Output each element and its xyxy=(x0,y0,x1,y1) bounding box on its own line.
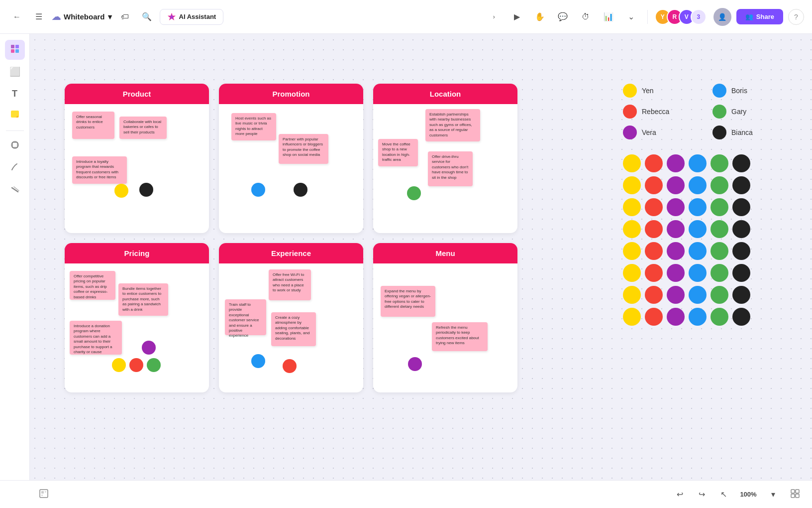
color-circle-7-0[interactable] xyxy=(623,308,641,326)
back-button[interactable]: ← xyxy=(8,8,26,26)
sticky-location-2[interactable]: Move the coffee shop to a new location i… xyxy=(378,139,418,166)
question-icon: ? xyxy=(794,13,798,21)
expand-panel-button[interactable]: › xyxy=(485,8,503,26)
color-circle-5-3[interactable] xyxy=(689,264,707,282)
sticky-experience-3[interactable]: Create a cozy atmosphere by adding comfo… xyxy=(271,312,316,346)
color-circle-3-3[interactable] xyxy=(689,220,707,238)
color-circle-4-4[interactable] xyxy=(710,242,728,260)
sticky-experience-2[interactable]: Train staff to provide exceptional custo… xyxy=(225,299,266,335)
color-circle-4-1[interactable] xyxy=(645,242,663,260)
color-circle-7-5[interactable] xyxy=(732,308,750,326)
color-circle-5-0[interactable] xyxy=(623,264,641,282)
color-circle-5-2[interactable] xyxy=(667,264,685,282)
color-circle-3-0[interactable] xyxy=(623,220,641,238)
color-circle-6-3[interactable] xyxy=(689,286,707,304)
sidebar-tool-shapes2[interactable] xyxy=(5,136,25,156)
color-circle-0-1[interactable] xyxy=(645,154,663,172)
color-circle-7-4[interactable] xyxy=(710,308,728,326)
reaction-button[interactable]: ✋ xyxy=(531,8,549,26)
sidebar-tool-eraser[interactable] xyxy=(5,180,25,200)
menu-button[interactable]: ☰ xyxy=(30,8,48,26)
color-circle-1-2[interactable] xyxy=(667,176,685,194)
sticky-pricing-2[interactable]: Bundle items together to entice customer… xyxy=(118,283,168,316)
color-circle-1-1[interactable] xyxy=(645,176,663,194)
sidebar-tool-shapes[interactable] xyxy=(5,40,25,60)
minimap-button[interactable] xyxy=(35,486,53,504)
color-circle-0-2[interactable] xyxy=(667,154,685,172)
sidebar-tool-pen[interactable] xyxy=(5,158,25,178)
redo-button[interactable]: ↪ xyxy=(693,486,710,504)
chart-button[interactable]: 📊 xyxy=(600,8,617,26)
color-circle-4-3[interactable] xyxy=(689,242,707,260)
sticky-pricing-1[interactable]: Offer competitive pricing on popular ite… xyxy=(70,271,115,300)
color-circle-2-2[interactable] xyxy=(667,198,685,216)
legend-name-boris: Boris xyxy=(731,87,747,95)
color-circle-6-0[interactable] xyxy=(623,286,641,304)
help-button[interactable]: ? xyxy=(788,9,804,25)
more-toolbar-button[interactable]: ⌄ xyxy=(622,8,640,26)
legend-bianca: Bianca xyxy=(712,126,792,139)
share-button[interactable]: 👥 Share xyxy=(736,9,783,24)
color-circle-4-5[interactable] xyxy=(732,242,750,260)
sticky-promotion-1[interactable]: Host events such as live music or trivia… xyxy=(231,113,276,140)
toolbar-right: › ▶ ✋ 💬 ⏱ 📊 ⌄ Y R V 3 👤 👥 xyxy=(485,8,804,26)
color-circle-3-1[interactable] xyxy=(645,220,663,238)
sidebar-tool-text[interactable]: T xyxy=(5,84,25,104)
search-button[interactable]: 🔍 xyxy=(138,8,156,26)
color-circle-0-0[interactable] xyxy=(623,154,641,172)
color-circle-3-2[interactable] xyxy=(667,220,685,238)
sticky-product-3[interactable]: Introduce a loyalty program that rewards… xyxy=(72,156,127,184)
sticky-promotion-2[interactable]: Partner with popular influencers or blog… xyxy=(279,134,328,164)
color-circle-0-4[interactable] xyxy=(710,154,728,172)
color-circle-4-2[interactable] xyxy=(667,242,685,260)
canvas-area[interactable]: Product Offer seasonal drinks to entice … xyxy=(30,34,812,480)
color-circle-2-3[interactable] xyxy=(689,198,707,216)
svg-rect-13 xyxy=(791,490,795,493)
tags-button[interactable]: 🏷 xyxy=(116,8,134,26)
color-circle-6-5[interactable] xyxy=(732,286,750,304)
cursor-button[interactable]: ↖ xyxy=(714,486,732,504)
color-circle-2-4[interactable] xyxy=(710,198,728,216)
color-circle-1-0[interactable] xyxy=(623,176,641,194)
color-circle-6-4[interactable] xyxy=(710,286,728,304)
sticky-product-1[interactable]: Offer seasonal drinks to entice customer… xyxy=(72,112,114,139)
color-circle-1-5[interactable] xyxy=(732,176,750,194)
comment-button[interactable]: 💬 xyxy=(554,8,572,26)
timer-button[interactable]: ⏱ xyxy=(577,8,595,26)
color-circle-5-4[interactable] xyxy=(710,264,728,282)
color-circle-1-3[interactable] xyxy=(689,176,707,194)
color-circle-3-4[interactable] xyxy=(710,220,728,238)
my-avatar[interactable]: 👤 xyxy=(713,8,731,26)
sticky-menu-1[interactable]: Expand the menu by offering vegan or all… xyxy=(381,286,435,317)
color-circle-2-0[interactable] xyxy=(623,198,641,216)
color-circle-2-5[interactable] xyxy=(732,198,750,216)
zoom-dropdown-button[interactable]: ▾ xyxy=(764,486,782,504)
color-circle-1-4[interactable] xyxy=(710,176,728,194)
color-circle-5-5[interactable] xyxy=(732,264,750,282)
ai-assistant-button[interactable]: AI Assistant xyxy=(160,9,224,25)
color-circle-2-1[interactable] xyxy=(645,198,663,216)
sticky-experience-1[interactable]: Offer free Wi-Fi to attract customers wh… xyxy=(269,269,311,300)
color-circle-0-3[interactable] xyxy=(689,154,707,172)
sticky-location-1[interactable]: Establish partnerships with nearby busin… xyxy=(425,109,480,141)
sidebar-tool-frame[interactable]: ⬜ xyxy=(5,62,25,82)
sticky-pricing-3[interactable]: Introduce a donation program where custo… xyxy=(70,321,122,355)
color-circle-6-1[interactable] xyxy=(645,286,663,304)
app-title-container[interactable]: ☁ Whiteboard ▾ xyxy=(52,11,112,22)
play-button[interactable]: ▶ xyxy=(508,8,526,26)
sidebar-tool-sticky[interactable] xyxy=(5,106,25,126)
undo-button[interactable]: ↩ xyxy=(671,486,689,504)
chart-icon: 📊 xyxy=(604,12,613,21)
color-circle-3-5[interactable] xyxy=(732,220,750,238)
color-circle-6-2[interactable] xyxy=(667,286,685,304)
sticky-location-3[interactable]: Offer drive-thru service for customers w… xyxy=(428,151,473,186)
color-circle-4-0[interactable] xyxy=(623,242,641,260)
color-circle-5-1[interactable] xyxy=(645,264,663,282)
color-circle-7-2[interactable] xyxy=(667,308,685,326)
sticky-product-2[interactable]: Collaborate with local bakeries or cafes… xyxy=(119,117,167,139)
color-circle-0-5[interactable] xyxy=(732,154,750,172)
grid-toggle-button[interactable] xyxy=(786,486,804,504)
color-circle-7-1[interactable] xyxy=(645,308,663,326)
color-circle-7-3[interactable] xyxy=(689,308,707,326)
sticky-menu-2[interactable]: Refresh the menu periodically to keep cu… xyxy=(432,322,488,351)
